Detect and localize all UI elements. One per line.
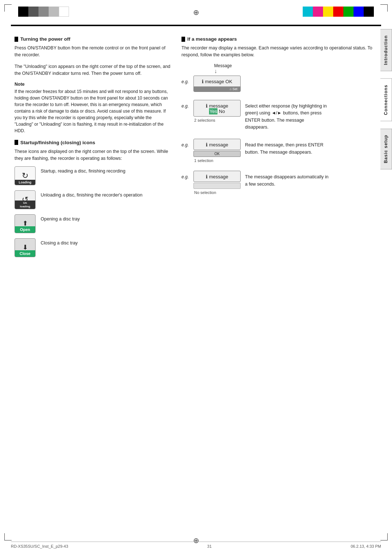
eg-2-yes-no-btns: Yes No xyxy=(198,109,236,114)
turning-power-section: Turning the power off Press ON/STANDBY b… xyxy=(15,36,171,134)
eg-3-box-container: ℹ message OK 1 selection xyxy=(193,139,241,163)
example-2-row: e.g. ℹ message Yes No xyxy=(181,100,377,131)
eg-1-label: e.g. xyxy=(181,76,191,84)
eg-1-box-container: ℹ message OK ⌂ Set xyxy=(193,76,241,92)
turning-power-heading: Turning the power off xyxy=(15,36,171,42)
right-sidebar: Introduction Connections Basic setup xyxy=(380,29,392,169)
eg-3-ok-box: OK xyxy=(193,151,241,157)
eg-2-info-icon: ℹ xyxy=(206,103,208,109)
loading-desc: Startup, reading a disc, finishing recor… xyxy=(41,166,125,175)
footer-left: RD-XS35SU/SC_Inst_E_p29-43 xyxy=(11,544,68,548)
eg-4-desc: The message disappears automatically in … xyxy=(245,171,328,188)
eg-4-selections-label: No selection xyxy=(193,190,241,195)
icon-row-unloading: ↺ Unloading Unloading a disc, finishing … xyxy=(15,190,171,209)
tab-connections: Connections xyxy=(380,78,392,121)
open-label: Open xyxy=(15,226,35,233)
eg-2-content: ℹ message Yes No 2 selections Sel xyxy=(193,100,328,131)
eg-4-content: ℹ message No selection The message disap… xyxy=(193,171,328,195)
startup-icons-section: Startup/finishing (closing) icons These … xyxy=(15,140,171,258)
eg-4-bottom-bar-inner xyxy=(194,183,240,189)
turning-power-body2: The "Unloading" icon appears on the righ… xyxy=(15,63,171,77)
eg-4-msg-text: message xyxy=(209,174,228,179)
eg-1-set-bar: ⌂ Set xyxy=(194,86,240,92)
example-3-row: e.g. ℹ message OK xyxy=(181,139,377,163)
main-content: Turning the power off Press ON/STANDBY b… xyxy=(11,29,381,537)
close-label: Close xyxy=(15,250,35,257)
eg-1-ok-btn: OK xyxy=(225,79,232,84)
open-icon-box: ⬆ Open xyxy=(15,214,36,233)
startup-icons-heading: Startup/finishing (closing) icons xyxy=(15,140,171,145)
unloading-desc: Unloading a disc, finishing the recorder… xyxy=(41,190,142,199)
loading-label: Loading xyxy=(15,180,35,185)
eg-2-selections-label: 2 selections xyxy=(193,118,241,122)
eg-4-message-box: ℹ message xyxy=(193,171,241,182)
footer-right: 06.2.13, 4:33 PM xyxy=(351,544,381,548)
message-section: If a message appears The recorder may di… xyxy=(181,36,377,195)
icon-row-close: ⬇ Close Closing a disc tray xyxy=(15,238,171,257)
eg-3-info-icon: ℹ xyxy=(206,142,208,147)
corner-mark-br xyxy=(380,533,388,540)
icon-row-open: ⬆ Open Opening a disc tray xyxy=(15,214,171,233)
eg-4-info-icon: ℹ xyxy=(206,174,208,179)
loading-icon-box: ↻ Loading xyxy=(15,166,36,185)
eg-4-label: e.g. xyxy=(181,171,191,179)
eg-1-info-icon: ℹ xyxy=(202,79,204,84)
icon-row-loading: ↻ Loading Startup, reading a disc, finis… xyxy=(15,166,171,185)
eg-3-msg-text: message xyxy=(209,142,228,147)
eg-2-msg-text: message xyxy=(209,103,228,109)
eg-2-message-box: ℹ message Yes No xyxy=(193,100,241,117)
footer-center: 31 xyxy=(207,544,212,548)
eg-1-message-box: ℹ message OK ⌂ Set xyxy=(193,76,241,92)
eg-3-label: e.g. xyxy=(181,139,191,147)
message-intro: The recorder may display a message. Each… xyxy=(181,45,377,59)
eg-3-content: ℹ message OK 1 selection Read the messag… xyxy=(193,139,328,163)
eg-1-msg-text: message xyxy=(205,79,224,84)
eg-4-box-container: ℹ message No selection xyxy=(193,171,241,195)
page-footer: RD-XS35SU/SC_Inst_E_p29-43 31 06.2.13, 4… xyxy=(11,542,381,548)
color-bars-right xyxy=(303,7,374,17)
example-4-row: e.g. ℹ message xyxy=(181,171,377,195)
corner-mark-bl xyxy=(4,533,12,540)
corner-mark-tr xyxy=(380,4,388,12)
turning-power-body1: Press ON/STANDBY button from the remote … xyxy=(15,45,171,59)
startup-icons-body: These icons are displayed on the right c… xyxy=(15,148,171,162)
note-label: Note xyxy=(15,82,171,87)
message-heading: If a message appears xyxy=(181,36,377,42)
eg-3-message-box: ℹ message xyxy=(193,139,241,150)
message-label-area: Message ↓ xyxy=(192,63,377,74)
unloading-icon-box: ↺ Unloading xyxy=(15,190,36,209)
eg-2-yes-btn: Yes xyxy=(209,108,217,114)
open-desc: Opening a disc tray xyxy=(41,214,80,223)
example-1-row: e.g. ℹ message OK ⌂ Set xyxy=(181,76,377,92)
eg-2-no-btn: No xyxy=(219,109,225,114)
eg-3-ok-bar: OK xyxy=(194,151,240,157)
note-text: If the recorder freezes for about 15 min… xyxy=(15,88,171,134)
eg-2-box-container: ℹ message Yes No 2 selections xyxy=(193,100,241,122)
eg-2-desc: Select either response (by highlighting … xyxy=(245,100,328,131)
crosshair-top: ⊕ xyxy=(193,8,199,17)
corner-mark-tl xyxy=(4,4,12,12)
right-column: If a message appears The recorder may di… xyxy=(181,36,377,262)
eg-3-selections-label: 1 selection xyxy=(193,158,241,163)
unloading-label: Unloading xyxy=(15,200,35,209)
close-desc: Closing a disc tray xyxy=(41,238,78,247)
message-header-label: Message xyxy=(214,63,232,68)
left-column: Turning the power off Press ON/STANDBY b… xyxy=(15,36,171,262)
top-border-line xyxy=(11,25,381,26)
eg-4-bottom-bar xyxy=(193,183,241,189)
tab-introduction: Introduction xyxy=(380,29,392,71)
close-icon-box: ⬇ Close xyxy=(15,238,36,257)
eg-3-desc: Read the message, then press ENTER butto… xyxy=(245,139,328,156)
color-bars-left xyxy=(18,7,69,17)
eg-2-label: e.g. xyxy=(181,100,191,109)
tab-basic-setup: Basic setup xyxy=(380,129,392,169)
